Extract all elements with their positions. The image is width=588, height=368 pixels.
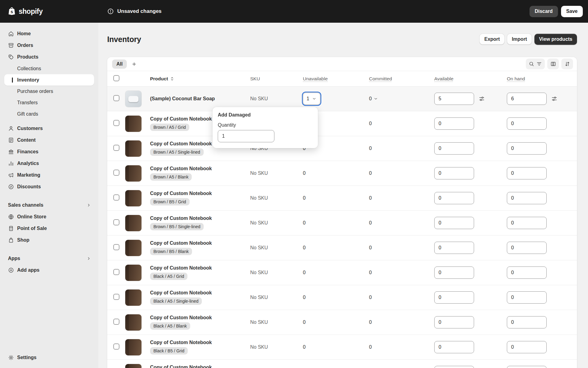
sidebar-item-purchase-orders[interactable]: Purchase orders [4, 86, 94, 97]
row-checkbox[interactable] [113, 219, 119, 225]
available-input[interactable] [434, 366, 474, 368]
product-name-link[interactable]: Copy of Custom Notebook [150, 240, 212, 246]
sidebar-item-customers[interactable]: Customers [4, 123, 94, 134]
on-hand-input[interactable] [507, 242, 547, 254]
sidebar-item-content[interactable]: Content [4, 134, 94, 146]
row-checkbox[interactable] [113, 343, 119, 350]
on-hand-input[interactable] [507, 316, 547, 328]
on-hand-input[interactable] [507, 142, 547, 155]
sidebar-item-discounts[interactable]: Discounts [4, 181, 94, 193]
column-header-committed[interactable]: Committed [369, 76, 392, 82]
on-hand-input[interactable] [507, 341, 547, 353]
committed-dropdown[interactable]: 0 [369, 96, 378, 102]
column-header-unavailable[interactable]: Unavailable [303, 76, 328, 82]
column-header-on-hand[interactable]: On hand [507, 76, 525, 82]
product-name-link[interactable]: Copy of Custom Notebook [150, 315, 212, 320]
row-checkbox[interactable] [113, 120, 119, 126]
sidebar-item-products[interactable]: Products [4, 51, 94, 63]
quantity-input[interactable] [218, 130, 274, 142]
row-checkbox[interactable] [113, 95, 119, 101]
on-hand-input[interactable] [507, 93, 547, 105]
available-input[interactable] [434, 142, 474, 155]
sidebar-item-add-apps[interactable]: Add apps [4, 264, 94, 276]
row-checkbox[interactable] [113, 269, 119, 275]
column-header-available[interactable]: Available [434, 76, 454, 82]
shopify-logo[interactable]: s shopify [0, 7, 98, 16]
product-name-link[interactable]: Copy of Custom Notebook [150, 365, 212, 368]
available-input[interactable] [434, 93, 474, 105]
column-header-product[interactable]: Product [150, 76, 250, 82]
sidebar-item-online-store[interactable]: Online Store [4, 211, 94, 223]
table-toolbar [526, 59, 573, 69]
available-input[interactable] [434, 192, 474, 204]
on-hand-input[interactable] [507, 217, 547, 229]
view-products-button[interactable]: View products [534, 34, 577, 45]
product-name-link[interactable]: Copy of Custom Notebook [150, 141, 212, 147]
sidebar-section-sales-channels[interactable]: Sales channels [4, 199, 94, 211]
table-row: Copy of Custom NotebookBrown / B5 / Grid… [107, 186, 577, 211]
sidebar-item-finances[interactable]: Finances [4, 146, 94, 158]
product-thumbnail [125, 215, 141, 231]
adjust-quantity-button[interactable] [551, 96, 557, 102]
product-thumbnail [125, 314, 141, 331]
sidebar-item-analytics[interactable]: Analytics [4, 158, 94, 169]
sidebar-item-marketing[interactable]: Marketing [4, 169, 94, 181]
on-hand-input[interactable] [507, 117, 547, 130]
sidebar-item-collections[interactable]: Collections [4, 63, 94, 74]
row-checkbox[interactable] [113, 244, 119, 250]
product-name-link[interactable]: Copy of Custom Notebook [150, 340, 212, 345]
products-icon [8, 54, 14, 60]
product-thumbnail [125, 364, 141, 368]
available-input[interactable] [434, 266, 474, 279]
add-view-button[interactable] [129, 59, 139, 69]
unavailable-dropdown[interactable]: 1 [303, 93, 320, 105]
available-input[interactable] [434, 117, 474, 130]
sidebar-item-inventory[interactable]: Inventory [4, 74, 94, 86]
product-name-link[interactable]: Copy of Custom Notebook [150, 191, 212, 196]
on-hand-input[interactable] [507, 366, 547, 368]
adjust-quantity-button[interactable] [479, 96, 485, 102]
discard-button[interactable]: Discard [530, 6, 558, 17]
sidebar-item-shop[interactable]: Shop [4, 234, 94, 246]
sidebar-item-point-of-sale[interactable]: Point of Sale [4, 223, 94, 234]
sidebar-item-gift-cards[interactable]: Gift cards [4, 108, 94, 120]
save-button[interactable]: Save [561, 6, 583, 17]
row-checkbox[interactable] [113, 294, 119, 300]
sidebar-item-transfers[interactable]: Transfers [4, 97, 94, 108]
on-hand-input[interactable] [507, 291, 547, 304]
available-input[interactable] [434, 291, 474, 304]
columns-button[interactable] [547, 59, 559, 69]
available-input[interactable] [434, 316, 474, 328]
sidebar-item-settings[interactable]: Settings [4, 351, 94, 364]
on-hand-input[interactable] [507, 266, 547, 279]
row-checkbox[interactable] [113, 145, 119, 151]
row-checkbox[interactable] [113, 170, 119, 176]
product-name-link[interactable]: Copy of Custom Notebook [150, 216, 212, 221]
sidebar-section-apps[interactable]: Apps [4, 253, 94, 264]
search-filter-button[interactable] [526, 59, 545, 69]
available-input[interactable] [434, 242, 474, 254]
product-name-link[interactable]: (Sample) Coconut Bar Soap [150, 96, 215, 102]
product-name-link[interactable]: Copy of Custom Notebook [150, 265, 212, 271]
row-checkbox[interactable] [113, 194, 119, 201]
product-name-link[interactable]: Copy of Custom Notebook [150, 166, 212, 171]
export-button[interactable]: Export [480, 34, 504, 45]
import-button[interactable]: Import [507, 34, 532, 45]
committed-value: 0 [369, 171, 372, 176]
available-input[interactable] [434, 167, 474, 179]
row-checkbox[interactable] [113, 319, 119, 325]
sort-button[interactable] [561, 59, 573, 69]
available-input[interactable] [434, 341, 474, 353]
plus-icon [131, 61, 137, 67]
on-hand-input[interactable] [507, 192, 547, 204]
sidebar-item-home[interactable]: Home [4, 28, 94, 40]
table-row: Copy of Custom NotebookBlack / B5 / Sing… [107, 360, 577, 368]
product-name-link[interactable]: Copy of Custom Notebook [150, 290, 212, 296]
available-input[interactable] [434, 217, 474, 229]
product-name-link[interactable]: Copy of Custom Notebook [150, 116, 212, 122]
select-all-checkbox[interactable] [113, 75, 119, 81]
sidebar-item-orders[interactable]: Orders [4, 40, 94, 51]
committed-value: 0 [369, 146, 372, 151]
on-hand-input[interactable] [507, 167, 547, 179]
tab-all[interactable]: All [112, 59, 127, 69]
